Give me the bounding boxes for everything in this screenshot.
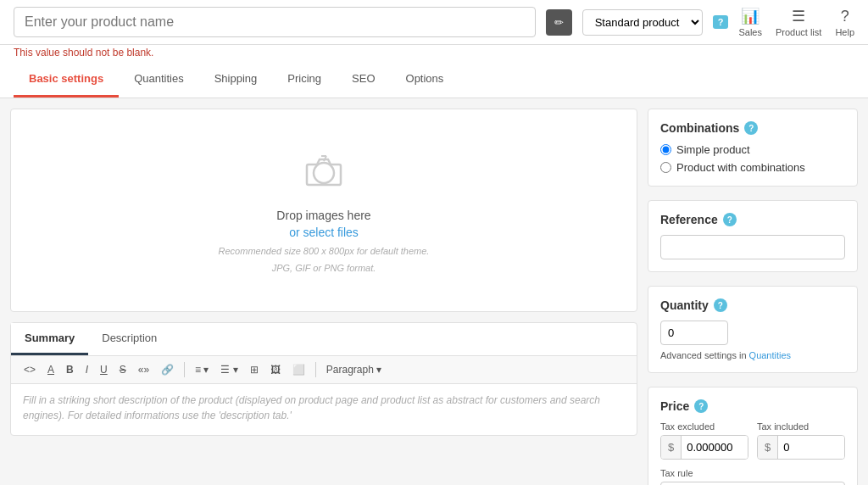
radio-combination-input[interactable] bbox=[660, 162, 671, 173]
quantity-section: Quantity ? Advanced settings in Quantiti… bbox=[648, 286, 858, 373]
toolbar-image[interactable]: 🖼 bbox=[266, 361, 285, 378]
price-excluded-currency: $ bbox=[661, 436, 682, 459]
reference-section: Reference ? bbox=[648, 200, 858, 272]
drop-text: Drop images here bbox=[276, 209, 370, 222]
editor-panel: Summary Description <> A B I U S «» 🔗 ≡ … bbox=[10, 322, 637, 436]
price-included-label: Tax included bbox=[757, 421, 845, 432]
validation-error: This value should not be blank. bbox=[0, 45, 868, 62]
tab-summary[interactable]: Summary bbox=[11, 323, 88, 355]
advanced-link: Advanced settings in Quantities bbox=[660, 350, 845, 360]
image-drop-zone[interactable]: Drop images here or select files Recomme… bbox=[10, 109, 637, 312]
toolbar-media[interactable]: ⬜ bbox=[288, 361, 309, 378]
toolbar-sep1 bbox=[184, 362, 185, 377]
simple-product-label: Simple product bbox=[676, 143, 750, 156]
list-icon: ☰ bbox=[792, 7, 805, 25]
header: ✏ Standard product ? 📊 Sales ☰ Product l… bbox=[0, 0, 868, 45]
tab-description[interactable]: Description bbox=[88, 323, 170, 355]
radio-simple-input[interactable] bbox=[660, 144, 671, 155]
price-excluded-input[interactable] bbox=[682, 436, 748, 459]
main-tabs: Basic settings Quantities Shipping Prici… bbox=[0, 62, 868, 98]
combinations-title: Combinations ? bbox=[660, 121, 845, 135]
quantity-input[interactable] bbox=[660, 321, 728, 345]
reference-info-badge[interactable]: ? bbox=[723, 213, 737, 226]
toolbar-sep2 bbox=[315, 362, 316, 377]
toolbar-font[interactable]: A bbox=[43, 361, 58, 378]
tab-shipping[interactable]: Shipping bbox=[199, 62, 273, 98]
price-excluded-input-wrap: $ bbox=[660, 435, 748, 460]
editor-toolbar: <> A B I U S «» 🔗 ≡ ▾ ☰ ▾ ⊞ 🖼 ⬜ Paragrap… bbox=[11, 356, 637, 384]
camera-icon bbox=[298, 148, 349, 202]
price-title: Price ? bbox=[660, 399, 845, 413]
type-help-badge[interactable]: ? bbox=[713, 15, 729, 29]
toolbar-underline[interactable]: U bbox=[96, 361, 112, 378]
quantities-link[interactable]: Quantities bbox=[749, 350, 792, 360]
image-hint-line2: JPG, GIF or PNG format. bbox=[272, 263, 376, 273]
combinations-radio-group: Simple product Product with combinations bbox=[660, 143, 845, 174]
toolbar-align[interactable]: ≡ ▾ bbox=[191, 361, 213, 378]
help-icon: ? bbox=[841, 8, 849, 25]
radio-combination-product[interactable]: Product with combinations bbox=[660, 161, 845, 174]
quantity-info-badge[interactable]: ? bbox=[714, 298, 727, 312]
toolbar-table[interactable]: ⊞ bbox=[246, 361, 263, 378]
tax-rule-label: Tax rule bbox=[660, 468, 845, 478]
product-type-select[interactable]: Standard product bbox=[582, 9, 703, 36]
tab-basic-settings[interactable]: Basic settings bbox=[14, 62, 119, 98]
price-included-input[interactable] bbox=[778, 436, 844, 459]
right-panel: Combinations ? Simple product Product wi… bbox=[637, 109, 858, 485]
help-label: Help bbox=[835, 27, 854, 37]
pencil-button[interactable]: ✏ bbox=[546, 9, 572, 36]
product-list-nav[interactable]: ☰ Product list bbox=[776, 7, 821, 37]
price-excluded-label: Tax excluded bbox=[660, 421, 748, 432]
editor-tabs: Summary Description bbox=[11, 323, 637, 356]
editor-content[interactable]: Fill in a striking short description of … bbox=[11, 384, 637, 435]
tab-quantities[interactable]: Quantities bbox=[119, 62, 199, 98]
left-panel: Drop images here or select files Recomme… bbox=[10, 109, 637, 485]
help-nav[interactable]: ? Help bbox=[835, 8, 854, 37]
sales-icon: 📊 bbox=[741, 7, 760, 25]
price-row: Tax excluded $ Tax included $ bbox=[660, 421, 845, 460]
price-section: Price ? Tax excluded $ Tax included $ bbox=[648, 387, 858, 485]
combination-product-label: Product with combinations bbox=[676, 161, 805, 174]
product-list-label: Product list bbox=[776, 27, 821, 37]
tab-seo[interactable]: SEO bbox=[337, 62, 390, 98]
tax-rule-container: Tax rule US-AL Rate (4%) US-AK Rate (0%)… bbox=[660, 468, 845, 485]
price-included-currency: $ bbox=[758, 436, 778, 459]
combinations-section: Combinations ? Simple product Product wi… bbox=[648, 109, 858, 187]
image-hint-line1: Recommended size 800 x 800px for default… bbox=[219, 246, 430, 256]
main-content: Drop images here or select files Recomme… bbox=[0, 98, 868, 485]
price-included-col: Tax included $ bbox=[757, 421, 845, 460]
tab-options[interactable]: Options bbox=[391, 62, 459, 98]
toolbar-code[interactable]: <> bbox=[19, 361, 40, 378]
header-actions: 📊 Sales ☰ Product list ? Help bbox=[738, 7, 854, 37]
toolbar-paragraph[interactable]: Paragraph ▾ bbox=[322, 361, 386, 378]
radio-simple-product[interactable]: Simple product bbox=[660, 143, 845, 156]
sales-label: Sales bbox=[738, 27, 762, 37]
toolbar-strikethrough[interactable]: S bbox=[115, 361, 131, 378]
price-info-badge[interactable]: ? bbox=[694, 399, 708, 413]
combinations-info-badge[interactable]: ? bbox=[744, 121, 758, 135]
tab-pricing[interactable]: Pricing bbox=[272, 62, 337, 98]
product-name-input[interactable] bbox=[14, 7, 536, 37]
svg-point-0 bbox=[314, 163, 334, 183]
toolbar-quote[interactable]: «» bbox=[134, 361, 153, 378]
toolbar-list[interactable]: ☰ ▾ bbox=[216, 361, 242, 378]
reference-title: Reference ? bbox=[660, 213, 845, 226]
price-included-input-wrap: $ bbox=[757, 435, 845, 460]
tax-rule-select[interactable]: US-AL Rate (4%) US-AK Rate (0%) US-AZ Ra… bbox=[660, 482, 845, 485]
toolbar-bold[interactable]: B bbox=[62, 361, 78, 378]
price-excluded-col: Tax excluded $ bbox=[660, 421, 748, 460]
select-files-link[interactable]: or select files bbox=[289, 226, 359, 239]
toolbar-italic[interactable]: I bbox=[81, 361, 92, 378]
sales-nav[interactable]: 📊 Sales bbox=[738, 7, 762, 37]
toolbar-link[interactable]: 🔗 bbox=[157, 361, 178, 378]
quantity-title: Quantity ? bbox=[660, 298, 845, 312]
reference-input[interactable] bbox=[660, 235, 845, 259]
